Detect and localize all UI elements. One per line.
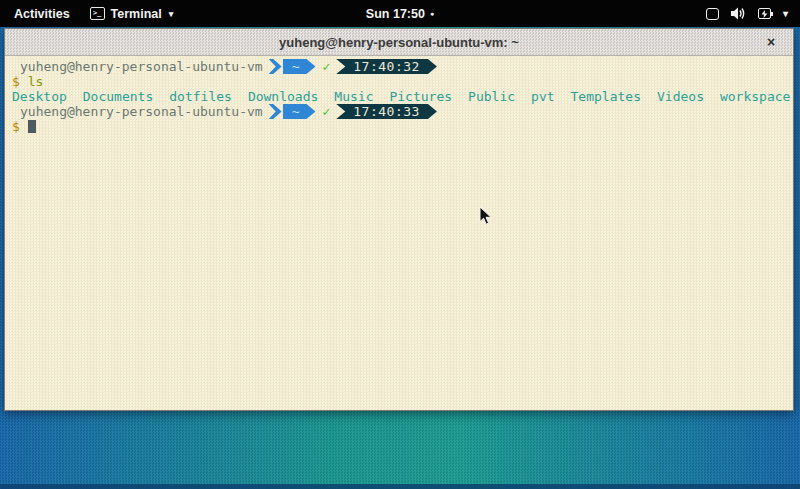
prompt-row: yuheng@henry-personal-ubuntu-vm ~ ✓ 17:4…: [12, 59, 793, 74]
chevron-down-icon: ▾: [783, 8, 788, 19]
window-titlebar[interactable]: yuheng@henry-personal-ubuntu-vm: ~ ×: [5, 29, 793, 56]
directory-name: Templates: [571, 89, 641, 104]
prompt-user: yuheng@henry-personal-ubuntu-vm: [20, 59, 263, 74]
directory-name: Public: [468, 89, 515, 104]
directory-name: Videos: [657, 89, 704, 104]
chevron-down-icon: ▾: [169, 9, 174, 19]
battery-charging-icon: [758, 8, 771, 19]
input-row[interactable]: $: [12, 119, 793, 134]
directory-name: dotfiles: [169, 89, 232, 104]
app-menu-terminal[interactable]: >_ Terminal ▾: [90, 7, 174, 21]
app-menu-label: Terminal: [111, 7, 162, 21]
directory-name: pvt: [531, 89, 554, 104]
directory-name: Pictures: [389, 89, 452, 104]
close-button[interactable]: ×: [762, 33, 780, 51]
powerline-arrow-icon: [269, 104, 282, 119]
desktop-bottom-strip: [0, 484, 800, 489]
directory-name: Desktop: [12, 89, 67, 104]
powerline-arrow-icon: [269, 59, 282, 74]
display-icon: [706, 8, 719, 20]
terminal-cursor: [28, 120, 36, 133]
status-check-icon: ✓: [322, 104, 330, 119]
prompt-symbol: $: [12, 74, 20, 89]
gnome-top-bar: Activities >_ Terminal ▾ Sun 17:50 ● ▾: [0, 0, 800, 27]
notification-dot-icon: ●: [430, 10, 434, 17]
ls-output-row: Desktop Documents dotfiles Downloads Mus…: [12, 89, 793, 104]
directory-name: Music: [334, 89, 373, 104]
directory-name: workspace: [720, 89, 790, 104]
terminal-icon: >_: [90, 7, 105, 20]
system-tray[interactable]: ▾: [706, 7, 800, 20]
terminal-content[interactable]: yuheng@henry-personal-ubuntu-vm ~ ✓ 17:4…: [5, 56, 793, 410]
powerline-time-segment: 17:40:33: [336, 104, 437, 119]
powerline-cwd-segment: ~: [283, 59, 316, 74]
volume-icon: [731, 7, 746, 20]
activities-button[interactable]: Activities: [10, 5, 74, 23]
directory-name: Documents: [83, 89, 153, 104]
prompt-symbol: $: [12, 119, 20, 134]
command-text: ls: [28, 74, 44, 89]
powerline-time-segment: 17:40:32: [336, 59, 437, 74]
powerline-cwd-segment: ~: [283, 104, 316, 119]
command-row: $ ls: [12, 74, 793, 89]
clock-button[interactable]: Sun 17:50: [366, 7, 425, 21]
directory-name: Downloads: [248, 89, 318, 104]
prompt-user: yuheng@henry-personal-ubuntu-vm: [20, 104, 263, 119]
prompt-row: yuheng@henry-personal-ubuntu-vm ~ ✓ 17:4…: [12, 104, 793, 119]
window-title: yuheng@henry-personal-ubuntu-vm: ~: [279, 35, 519, 50]
status-check-icon: ✓: [322, 59, 330, 74]
terminal-window: yuheng@henry-personal-ubuntu-vm: ~ × yuh…: [4, 28, 794, 411]
